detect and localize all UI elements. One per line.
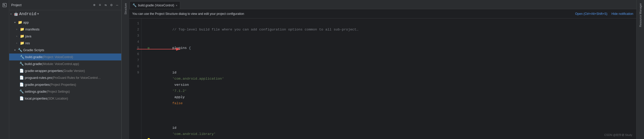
- minimize-icon[interactable]: —: [115, 3, 119, 8]
- svg-rect-0: [3, 3, 6, 7]
- structure-tab-label[interactable]: Structure: [123, 0, 129, 18]
- build-gradle-project-icon: 🔧: [20, 54, 24, 60]
- line-numbers: 1 2 3 4 5 6 7 8 9: [129, 18, 141, 139]
- line-num-6: 6: [129, 51, 141, 57]
- code-text-1: // Top-level build file where you can ad…: [152, 20, 636, 39]
- notification-bar: You can use the Project Structure dialog…: [129, 9, 636, 18]
- svg-rect-1: [4, 4, 5, 5]
- settings-gradle-secondary: (Project Settings): [46, 89, 70, 94]
- manifests-arrow: ›: [16, 27, 19, 31]
- code-line-1: // Top-level build file where you can ad…: [145, 20, 636, 39]
- code-text-2: plugins {: [152, 39, 636, 57]
- panel-icons: ⊕ ≡ ⇆ ⚙ —: [92, 2, 119, 8]
- notification-text: You can use the Project Structure dialog…: [132, 12, 244, 16]
- local-props-icon: 📄: [19, 96, 24, 101]
- android-icon: 🤖: [14, 12, 18, 17]
- tab-gradle-icon: 🔧: [132, 3, 137, 7]
- proguard-icon: 📄: [19, 75, 24, 80]
- editor-tabs: 🔧 build.gradle (VoiceControl) ×: [129, 0, 636, 9]
- tree-item-app[interactable]: ▾ 📁 app: [9, 19, 121, 26]
- build-gradle-project-secondary: (Project: VoiceControl): [42, 55, 73, 59]
- watermark: CSDN @初学者·Study: [604, 133, 632, 137]
- structure-panel-tab[interactable]: Structure: [121, 0, 129, 139]
- tree-item-java[interactable]: › 📁 java: [9, 33, 121, 40]
- line-num-3: 3: [129, 33, 141, 39]
- res-label: res: [25, 41, 30, 46]
- line-num-1: 1: [129, 20, 141, 27]
- project-arrow: ▾: [10, 12, 13, 16]
- app-label: app: [23, 20, 29, 25]
- tab-close-button[interactable]: ×: [176, 4, 177, 7]
- code-text-4: id 'com.android.library' version '7.1.2'…: [152, 113, 636, 139]
- settings-icon[interactable]: ⚙: [109, 2, 113, 8]
- manifests-icon: 📁: [20, 27, 24, 32]
- tree-item-res[interactable]: › 📁 res: [9, 40, 121, 47]
- panel-title: Project: [11, 3, 91, 7]
- list-icon[interactable]: ≡: [98, 3, 102, 8]
- line-num-7: 7: [129, 57, 141, 63]
- build-gradle-module-icon: 🔧: [19, 61, 24, 67]
- project-panel: Project ⊕ ≡ ⇆ ⚙ — ▾ 🤖 Android ▾ ▾ 📁 app …: [9, 0, 121, 139]
- notification-hide-link[interactable]: Hide notification: [612, 12, 633, 16]
- gradle-props-secondary: (Project Properties): [50, 82, 76, 87]
- tree-item-gradle-scripts[interactable]: ▾ 🔧 Gradle Scripts: [9, 47, 121, 54]
- gradle-scripts-label: Gradle Scripts: [23, 48, 44, 53]
- project-tab-icon[interactable]: [1, 1, 9, 9]
- notification-actions: Open (Ctrl+Alt+Shift+S) Hide notificatio…: [575, 12, 633, 16]
- java-icon: 📁: [20, 34, 24, 39]
- line-num-5: 5: [129, 45, 141, 51]
- gradle-props-icon: 📄: [19, 82, 24, 87]
- tree-item-build-gradle-project[interactable]: 🔧 build.gradle (Project: VoiceControl): [9, 54, 121, 60]
- res-icon: 📁: [20, 40, 24, 46]
- gutter-2[interactable]: ⊟: [145, 45, 152, 51]
- build-gradle-module-label: build.gradle: [25, 61, 42, 67]
- local-props-label: local.properties: [25, 96, 47, 101]
- resource-manager-label[interactable]: Resource Manager: [637, 0, 643, 30]
- comment-1: // Top-level build file where you can ad…: [172, 28, 288, 31]
- notification-open-link[interactable]: Open (Ctrl+Alt+Shift+S): [575, 12, 607, 16]
- editor-tab-build-gradle[interactable]: 🔧 build.gradle (VoiceControl) ×: [130, 1, 180, 9]
- proguard-label: proguard-rules.pro: [25, 75, 52, 80]
- build-gradle-project-label: build.gradle: [25, 55, 42, 60]
- manifests-label: manifests: [25, 27, 40, 32]
- gradle-props-label: gradle.properties: [25, 82, 50, 87]
- tree-item-local-props[interactable]: 📄 local.properties (SDK Location): [9, 95, 121, 102]
- gradle-wrapper-secondary: (Gradle Version): [63, 69, 85, 73]
- app-folder-icon: 📁: [18, 20, 22, 25]
- project-name-label: Android: [19, 11, 36, 17]
- code-content: // Top-level build file where you can ad…: [141, 18, 636, 139]
- tree-item-proguard[interactable]: 📄 proguard-rules.pro (ProGuard Rules for…: [9, 74, 121, 81]
- code-text-3: id 'com.android.application' version '7.…: [152, 57, 636, 113]
- code-line-4: 💡 id 'com.android.library' version '7.1.…: [145, 113, 636, 139]
- local-props-secondary: (SDK Location): [47, 96, 68, 101]
- gutter-4: 💡: [145, 137, 152, 139]
- tree-item-gradle-wrapper[interactable]: 📄 gradle-wrapper.properties (Gradle Vers…: [9, 67, 121, 74]
- sync-icon[interactable]: ⇆: [104, 2, 108, 8]
- resource-manager-tab[interactable]: Resource Manager: [636, 0, 644, 139]
- tree-item-build-gradle-module[interactable]: 🔧 build.gradle (Module: VoiceControl.app…: [9, 60, 121, 67]
- res-arrow: ›: [16, 41, 19, 45]
- code-line-3: id 'com.android.application' version '7.…: [145, 57, 636, 113]
- app-arrow: ▾: [14, 20, 17, 24]
- tree-item-settings-gradle[interactable]: 🔧 settings.gradle (Project Settings): [9, 88, 121, 95]
- proguard-secondary: (ProGuard Rules for VoiceControl…: [52, 76, 101, 80]
- code-line-2: ⊟ plugins {: [145, 39, 636, 57]
- code-area-wrapper: 1 2 3 4 5 6 7 8 9 // Top-level build fil…: [129, 18, 636, 139]
- project-dropdown-icon: ▾: [37, 11, 39, 17]
- java-arrow: ›: [16, 34, 19, 38]
- line-num-9: 9: [129, 70, 141, 76]
- warning-bulb-icon[interactable]: 💡: [147, 137, 151, 139]
- tree-item-manifests[interactable]: › 📁 manifests: [9, 26, 121, 33]
- java-label: java: [25, 34, 31, 39]
- gradle-scripts-icon: 🔧: [18, 47, 22, 53]
- build-gradle-module-secondary: (Module: VoiceControl.app): [42, 62, 79, 66]
- line-num-2: 2: [129, 27, 141, 33]
- settings-gradle-icon: 🔧: [19, 89, 24, 94]
- editor-wrapper: 🔧 build.gradle (VoiceControl) × You can …: [129, 0, 636, 139]
- project-tree: ▾ 📁 app › 📁 manifests › 📁 java › 📁 res ▾…: [9, 18, 121, 139]
- tab-label: build.gradle (VoiceControl): [138, 4, 174, 7]
- add-icon[interactable]: ⊕: [92, 2, 96, 8]
- tree-item-gradle-props[interactable]: 📄 gradle.properties (Project Properties): [9, 81, 121, 88]
- project-root-item[interactable]: ▾ 🤖 Android ▾: [9, 10, 121, 18]
- svg-rect-2: [4, 5, 6, 6]
